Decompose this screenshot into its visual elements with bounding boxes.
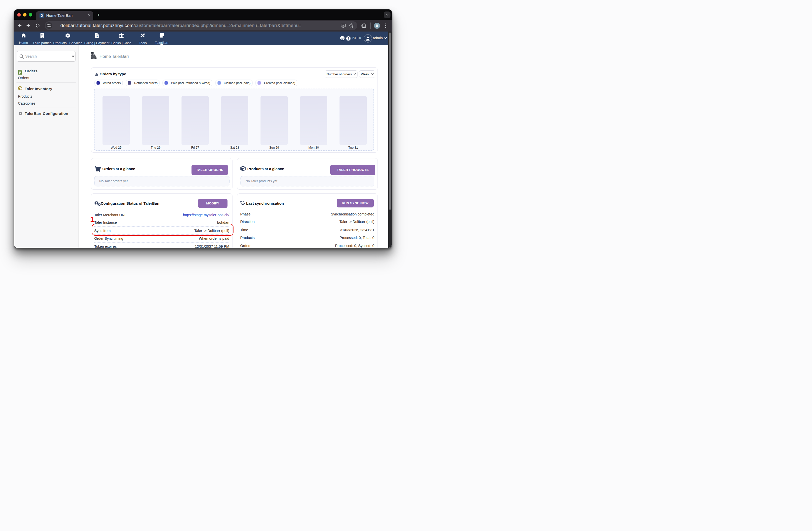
svg-text:?: ?	[347, 37, 349, 40]
svg-text:$: $	[96, 35, 98, 38]
